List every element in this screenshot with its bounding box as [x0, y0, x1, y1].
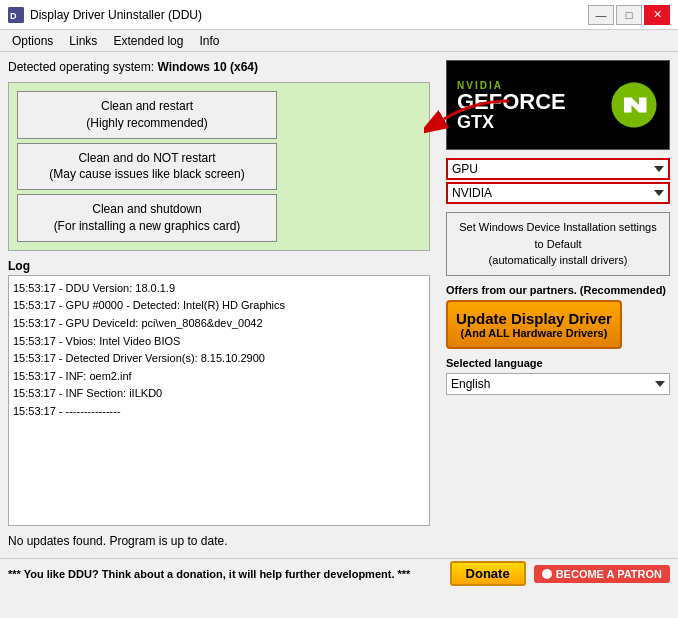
- titlebar: D Display Driver Uninstaller (DDU) — □ ✕: [0, 0, 678, 30]
- menu-extended-log[interactable]: Extended log: [105, 32, 191, 50]
- log-entry-7: 15:53:17 - ---------------: [13, 403, 425, 421]
- action-area: Clean and restart (Highly recommended) C…: [8, 82, 430, 251]
- minimize-button[interactable]: —: [588, 5, 614, 25]
- clean-shutdown-line1: Clean and shutdown: [92, 202, 201, 216]
- language-label: Selected language: [446, 357, 670, 369]
- os-detect-value: Windows 10 (x64): [157, 60, 258, 74]
- clean-shutdown-button[interactable]: Clean and shutdown (For installing a new…: [17, 194, 277, 242]
- device-dropdowns: GPU NVIDIA AMD Intel: [446, 158, 670, 204]
- update-driver-main: Update Display Driver: [456, 310, 612, 327]
- set-windows-line2: to Default: [534, 238, 581, 250]
- nvidia-logo-icon: [609, 80, 659, 130]
- donation-bar: *** You like DDU? Think about a donation…: [0, 558, 678, 588]
- language-section: Selected language English French German …: [446, 357, 670, 395]
- donate-button[interactable]: Donate: [450, 561, 526, 586]
- update-driver-sub: (And ALL Hardware Drivers): [456, 327, 612, 339]
- patron-button[interactable]: BECOME A PATRON: [534, 565, 670, 583]
- os-detect-label: Detected operating system:: [8, 60, 154, 74]
- clean-no-restart-button[interactable]: Clean and do NOT restart (May cause issu…: [17, 143, 277, 191]
- log-entry-3: 15:53:17 - Vbios: Intel Video BIOS: [13, 333, 425, 351]
- os-detection: Detected operating system: Windows 10 (x…: [8, 60, 430, 74]
- patron-icon: [542, 569, 552, 579]
- log-entry-5: 15:53:17 - INF: oem2.inf: [13, 368, 425, 386]
- window-controls: — □ ✕: [588, 5, 670, 25]
- close-button[interactable]: ✕: [644, 5, 670, 25]
- menubar: Options Links Extended log Info: [0, 30, 678, 52]
- set-windows-line1: Set Windows Device Installation settings: [459, 221, 656, 233]
- log-entry-4: 15:53:17 - Detected Driver Version(s): 8…: [13, 350, 425, 368]
- clean-restart-button[interactable]: Clean and restart (Highly recommended): [17, 91, 277, 139]
- gpu-type-dropdown[interactable]: GPU: [446, 158, 670, 180]
- svg-text:D: D: [10, 11, 17, 21]
- app-icon: D: [8, 7, 24, 23]
- log-entry-1: 15:53:17 - GPU #0000 - Detected: Intel(R…: [13, 297, 425, 315]
- donation-text: *** You like DDU? Think about a donation…: [8, 568, 442, 580]
- log-section: Log 15:53:17 - DDU Version: 18.0.1.9 15:…: [8, 259, 430, 526]
- menu-info[interactable]: Info: [191, 32, 227, 50]
- log-entry-2: 15:53:17 - GPU DeviceId: pci\ven_8086&de…: [13, 315, 425, 333]
- update-driver-button[interactable]: Update Display Driver (And ALL Hardware …: [446, 300, 622, 349]
- red-arrow-indicator: [424, 91, 514, 146]
- clean-no-restart-line1: Clean and do NOT restart: [78, 151, 215, 165]
- clean-restart-line1: Clean and restart: [101, 99, 193, 113]
- set-windows-button[interactable]: Set Windows Device Installation settings…: [446, 212, 670, 276]
- log-label: Log: [8, 259, 430, 273]
- log-box[interactable]: 15:53:17 - DDU Version: 18.0.1.9 15:53:1…: [8, 275, 430, 526]
- status-text: No updates found. Program is up to date.: [8, 530, 430, 550]
- maximize-button[interactable]: □: [616, 5, 642, 25]
- partners-label: Offers from our partners. (Recommended): [446, 284, 670, 296]
- clean-no-restart-line2: (May cause issues like black screen): [49, 167, 244, 181]
- log-entry-0: 15:53:17 - DDU Version: 18.0.1.9: [13, 280, 425, 298]
- log-entry-6: 15:53:17 - INF Section: iILKD0: [13, 385, 425, 403]
- left-panel: Detected operating system: Windows 10 (x…: [0, 52, 438, 558]
- menu-options[interactable]: Options: [4, 32, 61, 50]
- menu-links[interactable]: Links: [61, 32, 105, 50]
- clean-shutdown-line2: (For installing a new graphics card): [54, 219, 241, 233]
- language-dropdown[interactable]: English French German Spanish: [446, 373, 670, 395]
- window-title: Display Driver Uninstaller (DDU): [30, 8, 588, 22]
- gpu-vendor-dropdown[interactable]: NVIDIA AMD Intel: [446, 182, 670, 204]
- partners-section: Offers from our partners. (Recommended) …: [446, 284, 670, 349]
- main-content: Detected operating system: Windows 10 (x…: [0, 52, 678, 558]
- patron-label: BECOME A PATRON: [556, 568, 662, 580]
- set-windows-line3: (automatically install drivers): [489, 254, 628, 266]
- clean-restart-line2: (Highly recommended): [86, 116, 207, 130]
